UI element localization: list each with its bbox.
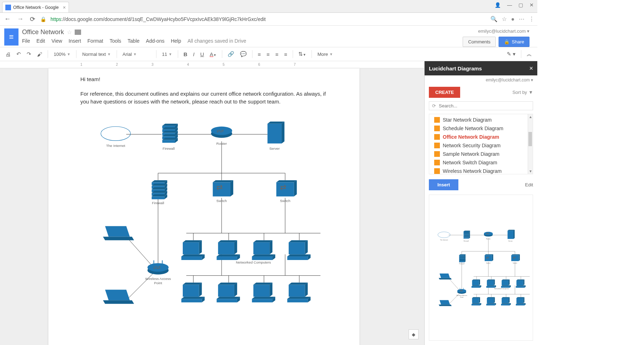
align-left-icon[interactable]: ≡ — [256, 51, 263, 57]
svg-text:Router: Router — [216, 142, 227, 145]
svg-text:The Internet: The Internet — [440, 239, 448, 241]
maximize-button[interactable]: ▢ — [518, 2, 523, 8]
search-input[interactable] — [439, 103, 530, 108]
chrome-menu-icon[interactable]: ⋮ — [529, 16, 534, 22]
sidebar-user[interactable]: emilyc@lucidchart.com ▾ — [425, 75, 537, 85]
diagram-list-item[interactable]: Network Switch Diagram — [429, 158, 533, 167]
address-bar: ← → ⟳ 🔒 https://docs.google.com/document… — [0, 13, 537, 26]
svg-marker-257 — [516, 297, 524, 298]
svg-marker-69 — [230, 180, 233, 196]
more-combo[interactable]: More▼ — [315, 52, 335, 57]
italic-icon[interactable]: I — [191, 51, 196, 57]
svg-marker-248 — [486, 303, 496, 304]
menu-edit[interactable]: Edit — [37, 38, 45, 44]
menu-addons[interactable]: Add-ons — [146, 38, 164, 44]
comment-icon[interactable]: 💬 — [238, 51, 249, 57]
diagram-list-item[interactable]: Schedule Network Diagram — [429, 124, 533, 133]
explore-button[interactable]: ◆ — [409, 329, 419, 339]
diagram-list-item[interactable]: Sample Network Diagram — [429, 150, 533, 158]
svg-marker-98 — [287, 254, 311, 256]
sidebar-search[interactable]: ⟳ — [429, 101, 533, 110]
text-color-icon[interactable]: A▼ — [208, 51, 218, 57]
svg-text:Server: Server — [509, 240, 513, 242]
list-scrollbar[interactable]: ▲ ▼ — [528, 114, 533, 174]
diagram-list-item[interactable]: Office Network Diagram — [429, 133, 533, 141]
zoom-combo[interactable]: 100%▼ — [52, 52, 73, 57]
sort-by-dropdown[interactable]: Sort by▼ — [512, 90, 533, 95]
diagram-list-item[interactable]: Network Security Diagram — [429, 141, 533, 150]
ruler-tick: 3 — [151, 63, 154, 67]
tab-close-icon[interactable]: × — [63, 5, 66, 10]
user-email[interactable]: emilyc@lucidchart.com ▾ — [478, 28, 529, 34]
menu-format[interactable]: Format — [87, 38, 103, 44]
minimize-button[interactable]: — — [507, 2, 512, 8]
page[interactable]: Hi team! For reference, this document ou… — [48, 68, 360, 345]
menu-insert[interactable]: Insert — [69, 38, 81, 44]
browser-tab[interactable]: Office Network - Google × — [2, 2, 69, 12]
svg-text:⇄⇄: ⇄⇄ — [153, 265, 160, 270]
svg-marker-72 — [276, 180, 297, 182]
extension-2-icon[interactable]: ⋯ — [519, 16, 525, 22]
reload-button[interactable]: ⟳ — [28, 15, 37, 23]
insert-button[interactable]: Insert — [429, 179, 458, 190]
ruler[interactable]: 1234567 — [0, 61, 424, 68]
line-spacing-icon[interactable]: ⇅▼ — [297, 51, 308, 57]
refresh-icon[interactable]: ⟳ — [432, 103, 436, 108]
document-title[interactable]: Office Network — [22, 28, 64, 36]
svg-rect-93 — [252, 256, 273, 260]
svg-text:⇄: ⇄ — [280, 183, 286, 192]
menu-table[interactable]: Table — [128, 38, 139, 44]
share-button[interactable]: 🔒 Share — [499, 37, 529, 47]
zoom-icon[interactable]: 🔍 — [490, 16, 497, 22]
toolbar: 🖨 ↶ ↷ 🖌 100%▼ Normal text▼ Arial▼ 11▼ B … — [0, 47, 537, 61]
star-document-icon[interactable]: ☆ — [67, 29, 72, 36]
svg-marker-260 — [516, 303, 526, 304]
menu-file[interactable]: File — [22, 38, 30, 44]
forward-button[interactable]: → — [16, 15, 25, 23]
svg-marker-271 — [439, 278, 452, 280]
move-folder-icon[interactable] — [75, 30, 81, 35]
svg-marker-116 — [270, 282, 272, 297]
svg-marker-80 — [181, 254, 205, 256]
redo-icon[interactable]: ↷ — [25, 51, 33, 57]
svg-rect-109 — [218, 285, 234, 297]
menu-view[interactable]: View — [52, 38, 62, 44]
account-icon[interactable]: 👤 — [495, 2, 501, 8]
font-combo[interactable]: Arial▼ — [121, 52, 153, 57]
editing-mode-icon[interactable]: ✎ ▾ — [505, 51, 517, 57]
style-combo[interactable]: Normal text▼ — [80, 52, 113, 57]
size-combo[interactable]: 11▼ — [160, 52, 174, 57]
svg-text:Switch: Switch — [486, 262, 491, 264]
star-icon[interactable]: ☆ — [502, 16, 507, 22]
paint-format-icon[interactable]: 🖌 — [35, 51, 44, 57]
sidebar-close-icon[interactable]: × — [529, 65, 533, 72]
print-icon[interactable]: 🖨 — [4, 51, 12, 57]
create-button[interactable]: CREATE — [429, 87, 460, 98]
menu-tools[interactable]: Tools — [110, 38, 121, 44]
network-diagram-image[interactable]: The InternetFirewall⇄⇄RouterServerFirewa… — [80, 112, 328, 312]
diagram-preview[interactable]: The InternetFirewall⇄⇄RouterServerFirewa… — [429, 195, 533, 341]
diagram-thumb-icon — [434, 126, 440, 131]
docs-logo[interactable]: ≡ — [4, 28, 18, 46]
collapse-panel-icon[interactable]: ︽ — [525, 51, 534, 58]
align-right-icon[interactable]: ≡ — [273, 51, 280, 57]
close-window-button[interactable]: ✕ — [529, 2, 534, 8]
svg-text:Server: Server — [269, 147, 280, 150]
back-button[interactable]: ← — [3, 15, 12, 23]
diagram-list-item[interactable]: Star Network Diagram — [429, 116, 533, 124]
diagram-list-item[interactable]: Wireless Network Diagram — [429, 167, 533, 174]
undo-icon[interactable]: ↶ — [15, 51, 23, 57]
edit-button[interactable]: Edit — [525, 179, 533, 190]
comments-button[interactable]: Comments — [463, 37, 496, 47]
link-icon[interactable]: 🔗 — [226, 51, 236, 57]
lucidchart-sidebar: Lucidchart Diagrams × emilyc@lucidchart.… — [424, 61, 537, 345]
menu-help[interactable]: Help — [171, 38, 181, 44]
underline-icon[interactable]: U — [198, 51, 206, 57]
align-justify-icon[interactable]: ≡ — [282, 51, 289, 57]
align-center-icon[interactable]: ≡ — [265, 51, 271, 57]
url-display[interactable]: https://docs.google.com/document/d/1sqE_… — [50, 16, 266, 22]
bold-icon[interactable]: B — [182, 51, 189, 57]
extension-1-icon[interactable]: ● — [511, 16, 515, 22]
svg-marker-85 — [234, 240, 237, 254]
svg-rect-224 — [486, 286, 495, 288]
